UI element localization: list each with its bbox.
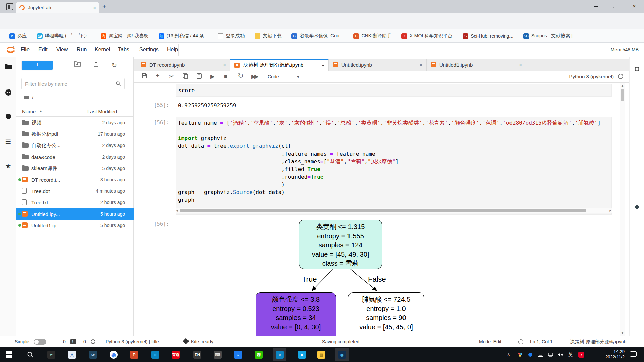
kite-status[interactable]: Kite: ready <box>184 339 213 344</box>
tab-dt-record[interactable]: DT record.ipynb × <box>137 59 230 71</box>
cut-cell-icon[interactable]: ✂ <box>169 73 174 80</box>
add-cell-icon[interactable]: + <box>156 72 160 80</box>
menu-edit[interactable]: Edit <box>38 47 48 53</box>
bookmark-item-8[interactable]: XX-MOL科学知识平台 <box>401 33 452 39</box>
tray-color-dot-icon[interactable] <box>518 347 523 362</box>
taskbar-clock[interactable]: 14:29 2022/11/2 <box>591 349 625 360</box>
extension-manager-icon[interactable]: ★ <box>0 162 16 170</box>
taskbar-search-icon[interactable] <box>25 350 35 360</box>
run-cell-icon[interactable]: ▶ <box>210 73 215 80</box>
file-row-untitled1-ip-[interactable]: Untitled1.ip...5 hours ago <box>16 220 134 231</box>
tray-keyboard-icon[interactable] <box>538 347 543 362</box>
restart-run-all-icon[interactable]: ▶▶ <box>251 73 257 80</box>
browser-tab-jupyterlab[interactable]: JupyterLab × <box>16 2 99 13</box>
menu-view[interactable]: View <box>56 47 68 53</box>
scroll-left-icon[interactable]: ◂ <box>176 208 178 213</box>
menu-help[interactable]: Help <box>167 47 178 53</box>
new-launcher-button[interactable]: + <box>22 61 53 70</box>
tab-decision-tree-source[interactable]: 决策树 原理部分源码.ipynb ● <box>230 59 329 71</box>
column-last-modified[interactable]: Last Modified <box>87 109 117 114</box>
tab-untitled[interactable]: Untitled.ipynb × <box>329 59 427 71</box>
tray-chevron-icon[interactable]: ∧ <box>507 347 511 362</box>
tab-close-icon[interactable]: × <box>93 5 96 11</box>
bookmark-item-7[interactable]: CCNKI翻译助手 <box>353 33 391 39</box>
taskbar-app-icon-8[interactable]: EN <box>192 350 202 360</box>
cursor-position[interactable]: Ln 1, Col 1 <box>530 339 553 344</box>
file-row--[interactable]: 视频2 days ago <box>16 117 134 128</box>
scroll-down-icon[interactable]: ▼ <box>620 331 625 335</box>
menu-kernel[interactable]: Kernel <box>95 47 110 53</box>
bookmark-item-1[interactable]: 哔哩哔哩 ( ゜- ゜)つ... <box>37 33 91 39</box>
bookmark-item-10[interactable]: SCScopus - 文献搜索 |... <box>523 33 576 39</box>
bookmark-item-5[interactable]: 文献下载 <box>255 33 281 39</box>
taskbar-app-icon-7[interactable]: 有道 <box>171 350 181 360</box>
taskbar-app-icon-12[interactable]: e <box>275 350 285 360</box>
editor-mode[interactable]: Mode: Edit <box>479 339 501 344</box>
tab-close-icon[interactable]: × <box>519 62 522 68</box>
taskbar-app-icon-14[interactable]: ▤ <box>316 350 326 360</box>
vertical-scrollbar[interactable]: ▲ ▼ <box>620 83 625 336</box>
scroll-up-icon[interactable]: ▲ <box>620 84 625 87</box>
tab-dirty-dot[interactable]: ● <box>322 63 324 68</box>
kernel-name[interactable]: Python 3 (ipykernel) <box>569 74 614 79</box>
file-row-untitled-ipy-[interactable]: Untitled.ipy...5 hours ago <box>16 208 134 220</box>
taskbar-app-icon-1[interactable]: ✂ <box>46 350 56 360</box>
file-search-input[interactable]: Filter files by name <box>21 78 125 89</box>
window-close-button[interactable]: × <box>627 0 642 13</box>
taskbar-app-icon-4[interactable]: ◉ <box>109 350 119 360</box>
tray-network-icon[interactable] <box>548 347 553 362</box>
menu-file[interactable]: File <box>21 47 30 53</box>
property-inspector-gear-icon[interactable] <box>634 66 640 72</box>
horizontal-scrollbar-thumb[interactable] <box>180 209 586 212</box>
window-maximize-button[interactable] <box>607 0 623 13</box>
file-row-data-code[interactable]: data&code2 days ago <box>16 151 134 163</box>
save-icon[interactable] <box>142 73 147 79</box>
vertical-scrollbar-thumb[interactable] <box>621 89 624 101</box>
cell-type-dropdown[interactable]: Code ▾ <box>265 72 302 81</box>
new-folder-icon[interactable] <box>74 61 81 67</box>
menu-run[interactable]: Run <box>77 47 87 53</box>
window-minimize-button[interactable] <box>588 0 603 13</box>
taskbar-app-icon-10[interactable]: ♫ <box>233 350 243 360</box>
running-sessions-icon[interactable] <box>0 113 16 120</box>
file-row-sklearn-[interactable]: sklearn课件5 days ago <box>16 163 134 174</box>
tab-close-icon[interactable]: × <box>419 62 422 68</box>
file-row-tree-txt[interactable]: Tree.txt2 hours ago <box>16 197 134 208</box>
taskbar-app-icon-9[interactable]: ⌨ <box>213 350 223 360</box>
upload-icon[interactable] <box>93 61 99 67</box>
taskbar-app-icon-6[interactable]: e <box>150 350 160 360</box>
notification-center-icon[interactable] <box>630 351 637 357</box>
start-button[interactable] <box>4 350 14 360</box>
paste-cell-icon[interactable] <box>197 73 202 79</box>
bookmark-item-9[interactable]: SSci-Hub: removing... <box>463 33 513 39</box>
kernel-status-text[interactable]: Python 3 (ipykernel) | Idle <box>106 339 159 344</box>
file-list-header[interactable]: Name ▲ Last Modified <box>16 107 134 117</box>
code-cell-partial[interactable]: score <box>176 84 612 97</box>
taskbar-app-icon-2[interactable]: 文 <box>67 350 77 360</box>
kite-panel-icon[interactable] <box>634 204 640 211</box>
taskbar-app-icon-3[interactable]: 🖳 <box>88 350 98 360</box>
file-row-dt-record-i-[interactable]: DT record.i...3 hours ago <box>16 174 134 185</box>
scroll-right-icon[interactable]: ▸ <box>609 208 611 213</box>
ime-language-indicator[interactable]: 英 <box>568 347 573 362</box>
horizontal-scrollbar[interactable]: ◂ ▸ <box>176 208 612 213</box>
bookmark-item-2[interactable]: 淘淘宝网 - 淘! 我喜欢 <box>101 33 148 39</box>
menu-tabs[interactable]: Tabs <box>118 47 129 53</box>
file-row-tree-dot[interactable]: Tree.dot4 minutes ago <box>16 185 134 197</box>
copy-cell-icon[interactable] <box>183 73 188 79</box>
bookmark-item-0[interactable]: b必应 <box>9 33 27 39</box>
refresh-files-icon[interactable]: ↻ <box>112 61 117 69</box>
file-browser-icon[interactable] <box>0 64 16 70</box>
open-tabs-icon[interactable]: ☰ <box>0 137 16 145</box>
simple-mode-toggle[interactable] <box>34 339 46 345</box>
volume-icon[interactable] <box>558 347 563 362</box>
kernels-count[interactable]: 0 <box>83 339 86 344</box>
column-name[interactable]: Name <box>22 109 36 114</box>
tray-music-icon[interactable]: ♪ <box>578 347 584 362</box>
file-row--[interactable]: 自动化办公...2 days ago <box>16 140 134 151</box>
tab-actions-icon[interactable] <box>6 3 13 10</box>
code-editor[interactable]: feature_name = ['酒精','苹果酸','灰','灰的碱性','镁… <box>178 119 610 204</box>
taskbar-app-icon-11[interactable]: 聊 <box>254 350 264 360</box>
terminals-count[interactable]: 0 <box>63 339 66 344</box>
breadcrumb-root[interactable]: / <box>32 95 33 100</box>
